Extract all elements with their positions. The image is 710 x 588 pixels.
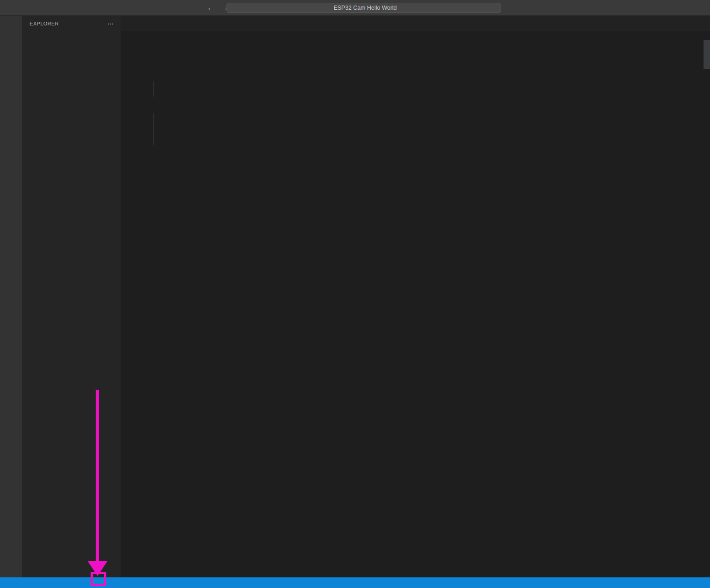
explorer-sidebar: EXPLORER ⋯ [22, 16, 121, 577]
more-actions-icon[interactable]: ⋯ [107, 20, 114, 27]
indent-guide [153, 113, 154, 145]
editor-group [121, 16, 710, 577]
search-text: ESP32 Cam Hello World [334, 5, 397, 11]
vscode-window: { "title_bar": { "search_value": "ESP32 … [0, 0, 710, 588]
indent-guide [153, 81, 154, 97]
breadcrumb[interactable] [121, 31, 710, 41]
minimize-window-button[interactable] [18, 5, 24, 11]
command-center-search[interactable]: ESP32 Cam Hello World [226, 3, 501, 13]
title-bar: ← → ESP32 Cam Hello World [0, 0, 710, 16]
history-nav: ← → [207, 0, 228, 16]
status-bar [0, 577, 710, 588]
sidebar-title: EXPLORER [30, 21, 59, 26]
back-icon[interactable]: ← [207, 4, 214, 12]
zoom-window-button[interactable] [28, 5, 34, 11]
sidebar-header: EXPLORER ⋯ [22, 16, 121, 31]
window-controls [9, 5, 34, 11]
close-window-button[interactable] [9, 5, 15, 11]
minimap-slider[interactable] [704, 40, 710, 69]
tab-bar [121, 16, 710, 31]
activity-bar [0, 16, 22, 577]
